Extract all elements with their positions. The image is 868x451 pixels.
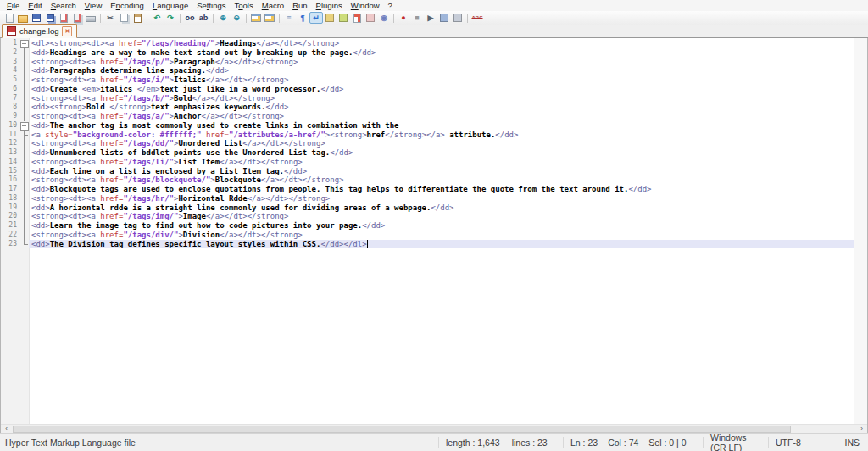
code-line[interactable]: 21<dd>Learn the image tag to find out ho… (1, 221, 854, 231)
code-line[interactable]: 17<dd>Blockquote tags are used to enclos… (1, 185, 854, 194)
status-eol-format[interactable]: Windows (CR LF) (704, 432, 768, 451)
status-insert-mode[interactable]: INS (837, 437, 868, 448)
status-column: Col : 74 (608, 437, 638, 448)
editor-area[interactable]: 1<dl><strong><dt><a href="/tags/heading/… (1, 38, 854, 424)
scroll-right-arrow-icon[interactable]: › (856, 425, 867, 433)
fold-marker (19, 167, 29, 176)
vertical-scrollbar[interactable] (854, 38, 867, 424)
toolbar-separator (100, 14, 101, 23)
tab-change-log[interactable]: change.log ✕ (2, 24, 77, 38)
word-wrap-icon[interactable]: ↵ (309, 12, 323, 24)
code-line[interactable]: 2<dd>Headings are a way to make text sta… (1, 48, 854, 58)
menu-file[interactable]: File (3, 1, 24, 10)
print-icon[interactable] (84, 12, 97, 24)
spell-check-icon[interactable]: ABC (470, 12, 484, 24)
code-line[interactable]: 13<dd>Unnumbered lists of bddlet points … (1, 148, 854, 158)
cut-icon[interactable]: ✂ (103, 12, 117, 24)
open-file-icon[interactable] (16, 12, 30, 24)
line-number: 18 (1, 194, 19, 203)
menu-edit[interactable]: Edit (24, 1, 46, 10)
menu-window[interactable]: Window (347, 1, 384, 10)
code-line[interactable]: 3<strong><dt><a href="/tags/p/">Paragrap… (1, 58, 854, 67)
code-line[interactable]: 14<strong><dt><a href="/tags/li/">List I… (1, 158, 854, 167)
fold-marker (19, 112, 29, 121)
document-map-icon[interactable] (337, 12, 350, 24)
code-line[interactable]: 16<strong><dt><a href="/tags/blockquote/… (1, 175, 854, 185)
code-line[interactable]: 5<strong><dt><a href="/tags/i/">Italics<… (1, 75, 854, 85)
save-file-icon[interactable] (30, 12, 43, 24)
fold-marker (19, 58, 29, 67)
code-line[interactable]: 18<strong><dt><a href="/tags/hr/">Horizo… (1, 194, 854, 203)
close-all-icon[interactable] (70, 12, 84, 24)
folder-as-workspace-icon[interactable] (364, 12, 377, 24)
code-text: <dd>Paragraphs determine line spacing.</… (29, 66, 854, 75)
code-line[interactable]: 1<dl><strong><dt><a href="/tags/heading/… (1, 39, 854, 48)
user-defined-language-icon[interactable] (323, 12, 337, 24)
status-bar: Hyper Text Markup Language file length :… (0, 433, 868, 451)
code-line[interactable]: 19<dd>A horizontal rdde is a straight li… (1, 203, 854, 213)
show-all-characters-icon[interactable]: ≡ (282, 12, 296, 24)
scroll-left-arrow-icon[interactable]: ‹ (1, 425, 12, 433)
menu-tools[interactable]: Tools (231, 1, 258, 10)
macro-record-icon[interactable]: ● (397, 12, 410, 24)
menu-encoding[interactable]: Encoding (106, 1, 148, 10)
status-length-section: length : 1,643 lines : 23 (439, 437, 563, 448)
menu-plugins[interactable]: Plugins (312, 1, 347, 10)
sync-horizontal-scroll-icon[interactable] (263, 12, 276, 24)
code-text: <dd>Blockquote tags are used to enclose … (29, 185, 854, 194)
undo-icon[interactable]: ↶ (150, 12, 164, 24)
find-icon[interactable]: oo (183, 12, 197, 24)
code-text: <dd>The Division tag defines specific la… (29, 240, 854, 249)
sync-vertical-scroll-icon[interactable] (249, 12, 263, 24)
function-list-icon[interactable] (350, 12, 364, 24)
code-line[interactable]: 22<strong><dt><a href="/tags/div/">Divis… (1, 231, 854, 240)
code-line[interactable]: 11<a style="background-color: #ffffff;" … (1, 131, 854, 140)
copy-icon[interactable] (117, 12, 131, 24)
horizontal-scroll-thumb[interactable] (13, 426, 791, 433)
toolbar-separator (147, 14, 147, 23)
menu-view[interactable]: View (81, 1, 106, 10)
zoom-out-icon[interactable]: ⊖ (230, 12, 243, 24)
menu-help[interactable]: ? (384, 1, 397, 10)
macro-stop-icon[interactable]: ■ (410, 12, 424, 24)
code-line[interactable]: 4<dd>Paragraphs determine line spacing.<… (1, 66, 854, 75)
monitoring-icon[interactable]: ◉ (377, 12, 391, 24)
menu-language[interactable]: Language (148, 1, 192, 10)
code-text: <strong><dt><a href="/tags/blockquote/">… (29, 175, 854, 185)
tab-close-icon[interactable]: ✕ (62, 26, 72, 36)
menu-run[interactable]: Run (288, 1, 311, 10)
menu-macro[interactable]: Macro (258, 1, 288, 10)
fold-marker (19, 194, 29, 203)
code-text: <strong><dt><a href="/tags/hr/">Horizont… (29, 194, 854, 203)
code-line[interactable]: 20<strong><dt><a href="/tags/img/">Image… (1, 212, 854, 221)
new-file-icon[interactable] (3, 12, 16, 24)
zoom-in-icon[interactable]: ⊕ (216, 12, 230, 24)
code-line[interactable]: 7<strong><dt><a href="/tags/b/">Bold</a>… (1, 94, 854, 103)
save-all-icon[interactable] (43, 12, 57, 24)
code-line[interactable]: 10<dd>The anchor tag is most commonly us… (1, 121, 854, 131)
menu-settings[interactable]: Settings (192, 1, 230, 10)
menu-search[interactable]: Search (47, 1, 81, 10)
code-line[interactable]: 15<dd>Each line on a list is enclosed by… (1, 167, 854, 176)
code-text: <strong><dt><a href="/tags/p/">Paragraph… (29, 58, 854, 67)
code-line[interactable]: 8<dd><strong>Bold </strong>text emphasiz… (1, 103, 854, 112)
code-line[interactable]: 9<strong><dt><a href="/tags/a/">Anchor</… (1, 112, 854, 121)
show-indent-guide-icon[interactable]: ¶ (296, 12, 309, 24)
fold-collapse-icon[interactable] (19, 121, 29, 131)
line-number: 12 (1, 139, 19, 148)
paste-icon[interactable] (131, 12, 144, 24)
fold-collapse-icon[interactable] (19, 39, 29, 48)
fold-marker (19, 85, 29, 94)
close-file-icon[interactable] (57, 12, 70, 24)
replace-icon[interactable]: ab (197, 12, 210, 24)
code-line[interactable]: 23<dd>The Division tag defines specific … (1, 240, 854, 249)
macro-play-icon[interactable]: ▶ (424, 12, 437, 24)
macro-run-multiple-icon[interactable] (451, 12, 465, 24)
redo-icon[interactable]: ↷ (164, 12, 177, 24)
status-encoding[interactable]: UTF-8 (769, 437, 837, 448)
macro-save-icon[interactable] (437, 12, 451, 24)
fold-marker (19, 148, 29, 158)
code-line[interactable]: 6<dd>Create <em>italics </em>text just l… (1, 85, 854, 94)
code-line[interactable]: 12<strong><dt><a href="/tags/dd/">Unorde… (1, 139, 854, 148)
code-text: <strong><dt><a href="/tags/li/">List Ite… (29, 158, 854, 167)
